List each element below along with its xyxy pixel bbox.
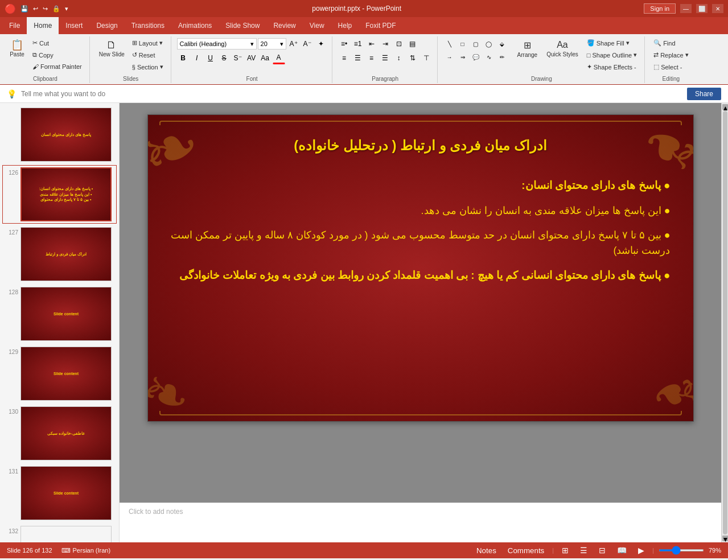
- scroll-up-btn[interactable]: ▲: [722, 104, 728, 110]
- font-color-button[interactable]: A: [273, 52, 285, 64]
- text-direction-button[interactable]: ⇅: [406, 52, 419, 64]
- paste-button[interactable]: 📋 Paste: [6, 38, 28, 60]
- line-spacing-button[interactable]: ↕: [393, 52, 405, 64]
- justify-button[interactable]: ☰: [379, 52, 392, 64]
- section-button[interactable]: § Section ▾: [129, 61, 166, 72]
- comments-status-btn[interactable]: Comments: [504, 545, 548, 556]
- increase-font-button[interactable]: A⁺: [287, 38, 300, 50]
- tab-help[interactable]: Help: [331, 17, 359, 34]
- copy-button[interactable]: ⧉ Copy: [30, 50, 85, 60]
- shape-callout-btn[interactable]: 💬: [470, 51, 482, 63]
- cut-button[interactable]: ✂ Cut: [30, 38, 85, 48]
- shape-oval-btn[interactable]: ◯: [483, 38, 495, 50]
- slide-item-128[interactable]: 128 Slide content: [2, 285, 117, 343]
- italic-button[interactable]: I: [191, 52, 203, 64]
- shape-effects-button[interactable]: ✦ Shape Effects -: [584, 61, 640, 72]
- close-button[interactable]: ✕: [712, 4, 723, 13]
- replace-button[interactable]: ⇄ Replace ▾: [651, 50, 691, 60]
- quick-styles-button[interactable]: Aa Quick Styles: [543, 38, 582, 60]
- slide-item-132[interactable]: 132 با تشکر از توجه شما: [2, 524, 117, 542]
- normal-view-btn[interactable]: ⊞: [558, 545, 572, 556]
- dropdown-qa-btn[interactable]: ▾: [64, 4, 69, 14]
- shape-curve-btn[interactable]: ∿: [483, 51, 495, 63]
- tab-foxitpdf[interactable]: Foxit PDF: [359, 17, 402, 34]
- zoom-slider[interactable]: [659, 549, 704, 551]
- reading-view-btn[interactable]: 📖: [614, 545, 630, 556]
- format-painter-label: Format Painter: [40, 63, 82, 70]
- shape-pen-btn[interactable]: ✏: [496, 51, 508, 63]
- tab-review[interactable]: Review: [266, 17, 302, 34]
- tab-insert[interactable]: Insert: [59, 17, 89, 34]
- columns-button[interactable]: ▤: [406, 38, 419, 50]
- redo-qa-btn[interactable]: ↪: [42, 4, 49, 14]
- outline-view-btn[interactable]: ☰: [577, 545, 591, 556]
- slide-item-125[interactable]: پاسخ های دارای محتوای انسان: [2, 105, 117, 164]
- slide-item-127[interactable]: 127 ادراک میان فردی و ارتباط: [2, 225, 117, 283]
- align-text-button[interactable]: ⊤: [420, 52, 433, 64]
- arrange-button[interactable]: ⊞ Arrange: [514, 38, 541, 60]
- section-label: Section: [137, 64, 158, 71]
- underline-button[interactable]: U: [204, 52, 217, 64]
- slide-item-129[interactable]: 129 Slide content: [2, 344, 117, 403]
- shadow-button[interactable]: S⁻: [232, 52, 244, 64]
- decrease-font-button[interactable]: A⁻: [301, 38, 314, 50]
- slide-item-130[interactable]: 130 عاطفی-خانواده سبکی: [2, 404, 117, 463]
- signin-button[interactable]: Sign in: [644, 3, 676, 14]
- shape-line-btn[interactable]: ╲: [443, 38, 456, 50]
- tab-file[interactable]: File: [2, 17, 27, 34]
- tab-slideshow[interactable]: Slide Show: [219, 17, 266, 34]
- tab-view[interactable]: View: [303, 17, 331, 34]
- slide-thumb-128: Slide content: [20, 287, 112, 341]
- shape-rect-btn[interactable]: □: [456, 38, 469, 50]
- char-spacing-button[interactable]: AV: [245, 52, 258, 64]
- minimize-button[interactable]: —: [680, 4, 692, 13]
- right-scrollbar[interactable]: ▲ ▼: [721, 103, 728, 542]
- tellme-input[interactable]: [21, 90, 682, 98]
- shape-rounded-btn[interactable]: ▢: [470, 38, 482, 50]
- tab-design[interactable]: Design: [89, 17, 124, 34]
- lock-qa-btn[interactable]: 🔒: [51, 4, 61, 14]
- align-right-button[interactable]: ≡: [365, 52, 378, 64]
- canvas-area[interactable]: ❧ ❧ ❧ ❧ ادراک میان فردی و ارتباط ( درتحل…: [120, 103, 721, 503]
- undo-qa-btn[interactable]: ↩: [32, 4, 39, 14]
- font-name-selector[interactable]: Calibri (Heading) ▾: [177, 38, 257, 50]
- scroll-down-btn[interactable]: ▼: [722, 536, 728, 541]
- strikethrough-button[interactable]: S: [218, 52, 231, 64]
- restore-button[interactable]: ⬜: [696, 4, 708, 13]
- align-left-button[interactable]: ≡: [338, 52, 351, 64]
- font-case-button[interactable]: Aa: [259, 52, 272, 64]
- slide-item-126[interactable]: 126 • پاسخ های دارای محتوای انسان:• این …: [2, 165, 117, 224]
- reset-button[interactable]: ↺ Reset: [129, 50, 166, 60]
- shape-outline-button[interactable]: □ Shape Outline ▾: [584, 50, 640, 60]
- scroll-thumb[interactable]: [723, 111, 727, 534]
- tab-animations[interactable]: Animations: [171, 17, 219, 34]
- tab-transitions[interactable]: Transitions: [125, 17, 171, 34]
- numbering-button[interactable]: ≡1: [352, 38, 364, 50]
- find-button[interactable]: 🔍 Find: [651, 38, 691, 48]
- slideshow-btn[interactable]: ▶: [635, 545, 648, 556]
- share-button[interactable]: Share: [687, 88, 721, 100]
- layout-button[interactable]: ⊞ Layout ▾: [129, 38, 166, 48]
- bullets-button[interactable]: ≡•: [338, 38, 351, 50]
- save-qa-btn[interactable]: 💾: [19, 4, 30, 14]
- clear-format-button[interactable]: ✦: [315, 38, 327, 50]
- tab-home[interactable]: Home: [27, 17, 59, 34]
- bold-button[interactable]: B: [177, 52, 190, 64]
- shape-arrow-btn[interactable]: →: [443, 51, 456, 63]
- shape-fill-button[interactable]: 🪣 Shape Fill ▾: [584, 38, 640, 48]
- notes-status-btn[interactable]: Notes: [473, 545, 500, 556]
- shape-block-arrow-btn[interactable]: ⇒: [456, 51, 469, 63]
- font-size-selector[interactable]: 20 ▾: [258, 38, 286, 50]
- slide-item-131[interactable]: 131 Slide content: [2, 464, 117, 522]
- decrease-indent-button[interactable]: ⇤: [365, 38, 378, 50]
- select-button[interactable]: ⬚ Select -: [651, 61, 691, 72]
- align-center-button[interactable]: ☰: [352, 52, 364, 64]
- smart-art-button[interactable]: ⊡: [393, 38, 405, 50]
- shape-more-btn[interactable]: ⬙: [496, 38, 508, 50]
- increase-indent-button[interactable]: ⇥: [379, 38, 392, 50]
- new-slide-button[interactable]: 🗋 New Slide: [96, 38, 128, 60]
- format-painter-button[interactable]: 🖌 Format Painter: [30, 61, 85, 72]
- slide-sorter-btn[interactable]: ⊟: [595, 545, 609, 556]
- shape-effects-label: Shape Effects -: [594, 64, 636, 71]
- notes-area[interactable]: Click to add notes: [120, 503, 721, 542]
